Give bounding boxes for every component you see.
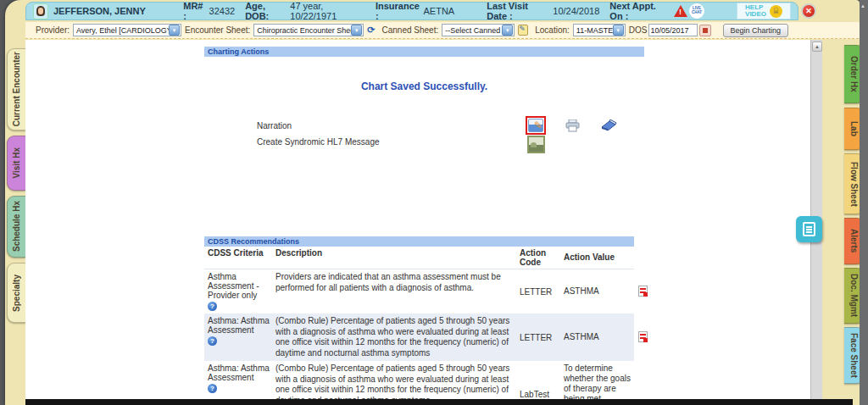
left-sidebar-tab[interactable]: Current Encounter <box>7 48 25 130</box>
right-sidebar-tab-label: Face Sheet <box>849 333 859 378</box>
cdss-action-value-cell: ASTHMA <box>564 332 638 342</box>
begin-charting-button[interactable]: Begin Charting <box>723 24 789 37</box>
left-sidebar-tab[interactable]: Schedule Hx <box>7 196 25 258</box>
left-sidebar-tab[interactable]: Specialty <box>7 263 25 323</box>
charting-toolbar: Provider: Avery, Ethel [CARDIOLOGY] Enco… <box>25 22 863 39</box>
question-icon[interactable] <box>208 302 217 311</box>
pdf-icon[interactable] <box>638 286 648 297</box>
narration-edit-highlight <box>526 116 546 135</box>
document-panel-button[interactable] <box>796 216 822 242</box>
cdss-criteria-cell: Asthma: Asthma Assessment <box>208 316 275 346</box>
canned-sheet-select[interactable]: --Select Canned Sheet-- <box>442 24 515 36</box>
dropdown-arrow-icon <box>502 25 513 36</box>
help-video-button[interactable]: HELPVIDEO ⌸ <box>737 3 791 19</box>
close-icon[interactable]: ✕ <box>801 3 816 19</box>
document-panel-icon <box>803 222 815 236</box>
canned-sheet-label: Canned Sheet: <box>382 25 439 35</box>
cdss-table-row: Asthma Assessment - Provider only Provid… <box>204 269 634 313</box>
left-sidebar-tab-label: Schedule Hx <box>12 201 21 252</box>
narration-label: Narration <box>257 121 292 130</box>
dos-label: DOS <box>629 25 648 35</box>
help-video-label: HELPVIDEO <box>745 4 766 18</box>
dos-input[interactable] <box>648 24 698 36</box>
insurance-value: AETNA <box>424 6 455 16</box>
question-icon[interactable] <box>208 384 217 393</box>
chart-saved-message: Chart Saved Successfully. <box>204 80 644 92</box>
last-visit-label: Last Visit Date : <box>487 1 550 21</box>
syndromic-hl7-label: Create Syndromic HL7 Message <box>257 137 380 147</box>
image-attach-icon[interactable] <box>527 136 545 153</box>
patient-banner: JEFFERSON, JENNY MR# : 32432 Age, DOB: 4… <box>25 2 798 20</box>
left-sidebar-tab-label: Current Encounter <box>12 52 21 126</box>
right-sidebar-tab-label: Order Hx <box>849 56 859 92</box>
left-sidebar-tab-label: Visit Hx <box>12 147 21 179</box>
left-sidebar-tab[interactable]: Visit Hx <box>7 136 25 191</box>
encounter-sheet-label: Encounter Sheet: <box>185 25 250 35</box>
refresh-icon[interactable] <box>367 25 375 36</box>
question-icon[interactable] <box>208 336 217 346</box>
next-appt-label: Next Appt. On : <box>609 1 671 21</box>
cdss-criteria-cell: Asthma Assessment - Provider only <box>208 272 275 311</box>
cdss-description-cell: Providers are indicated that an asthma a… <box>275 272 520 293</box>
narration-edit-icon[interactable] <box>528 119 543 132</box>
cdss-rows: Asthma Assessment - Provider only Provid… <box>204 269 634 405</box>
canned-note-icon[interactable] <box>518 25 528 36</box>
right-sidebar-tab-label: Flow Sheet <box>849 162 859 207</box>
scroll-up-icon[interactable] <box>812 42 822 52</box>
book-icon[interactable] <box>600 119 617 135</box>
age-dob-value: 47 year, 10/22/1971 <box>290 1 365 21</box>
last-visit-value: 10/24/2018 <box>553 6 599 16</box>
main-content: Charting Actions Chart Saved Successfull… <box>25 40 815 405</box>
live-chat-label2: CHAT <box>692 11 702 15</box>
cdss-action-code-cell: LETTER <box>520 287 564 297</box>
dropdown-arrow-icon <box>351 25 362 36</box>
provider-select[interactable]: Avery, Ethel [CARDIOLOGY] <box>73 24 181 36</box>
mr-label: MR# : <box>183 1 206 21</box>
encounter-sheet-select[interactable]: Chiropractic Encounter Sheet <box>253 24 364 36</box>
outer-scrollbar[interactable] <box>860 0 868 405</box>
age-dob-label: Age, DOB: <box>245 1 287 21</box>
cdss-recommendations-panel: CDSS Recommendations CDSS Criteria Descr… <box>204 236 634 405</box>
print-icon[interactable] <box>565 119 580 136</box>
right-sidebar-tab-label: Alerts <box>849 229 859 252</box>
pdf-icon[interactable] <box>638 331 648 342</box>
cdss-action-code-cell: LETTER <box>520 333 564 342</box>
patient-name: JEFFERSON, JENNY <box>53 6 183 16</box>
charting-actions-header: Charting Actions <box>204 47 644 57</box>
col-cdss-criteria: CDSS Criteria <box>208 248 275 267</box>
cdss-description-cell: (Combo Rule) Percentage of patients aged… <box>275 316 520 358</box>
alert-triangle-icon[interactable] <box>674 5 687 17</box>
patient-avatar <box>33 3 48 19</box>
cdss-action-code-cell: LabTest <box>520 390 564 399</box>
mr-value: 32432 <box>209 6 236 16</box>
location-label: Location: <box>535 25 570 35</box>
provider-label: Provider: <box>36 25 70 35</box>
calendar-icon[interactable] <box>699 25 711 36</box>
insurance-label: Insurance : <box>376 1 421 21</box>
left-sidebar-tab-label: Specialty <box>12 275 21 312</box>
live-chat-icon[interactable]: LIVE CHAT <box>689 3 704 19</box>
col-action-code: Action Code <box>520 248 564 267</box>
right-sidebar-tab-label: Lab <box>849 121 859 136</box>
cdss-table-row: Asthma: Asthma Assessment (Combo Rule) P… <box>204 313 634 361</box>
cdss-criteria-cell: Asthma: Asthma Assessment <box>208 363 275 393</box>
location-select[interactable]: 11-MASTER D <box>573 24 626 36</box>
right-sidebar-tab-label: Doc. Mgmt <box>849 274 859 317</box>
app-window: Current Encounter Visit Hx Schedule Hx S… <box>0 0 868 405</box>
cdss-action-value-cell: ASTHMA <box>564 286 638 297</box>
dropdown-arrow-icon <box>169 25 180 36</box>
dropdown-arrow-icon <box>613 25 624 36</box>
bottom-divider-bar <box>25 399 853 405</box>
help-video-icon: ⌸ <box>770 5 782 18</box>
cdss-column-headers: CDSS Criteria Description Action Code Ac… <box>204 247 634 269</box>
cdss-title: CDSS Recommendations <box>204 236 634 247</box>
col-action-value: Action Value <box>564 252 638 263</box>
col-description: Description <box>275 248 520 267</box>
